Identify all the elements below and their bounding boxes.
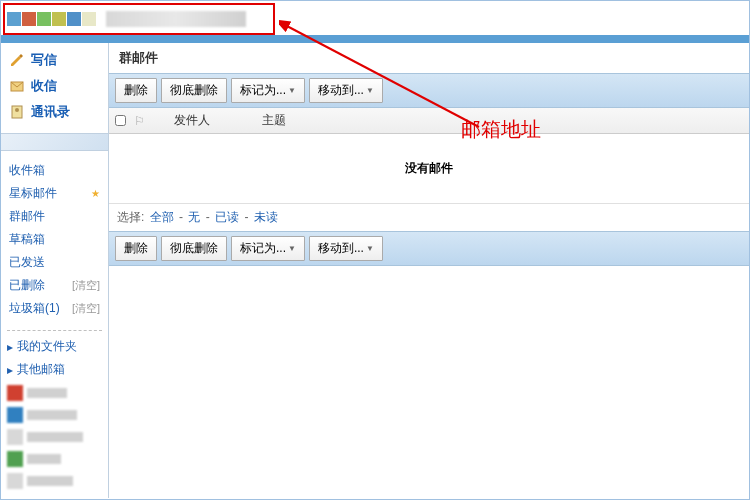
sidebar-divider [7,330,102,331]
email-address-blurred [106,11,246,27]
contacts-button[interactable]: 通讯录 [1,99,108,125]
select-read[interactable]: 已读 [215,210,239,224]
select-all[interactable]: 全部 [150,210,174,224]
svg-point-3 [15,108,19,112]
receive-button[interactable]: 收信 [1,73,108,99]
group-my-folders[interactable]: ▸我的文件夹 [1,335,108,358]
move-to-button[interactable]: 移动到...▼ [309,78,383,103]
select-all-checkbox[interactable] [115,115,126,126]
toolbar-bottom: 删除 彻底删除 标记为...▼ 移动到...▼ [109,231,749,266]
folder-starred[interactable]: 星标邮件★ [1,182,108,205]
email-address-header [3,3,275,35]
folder-inbox[interactable]: 收件箱 [1,159,108,182]
folder-deleted[interactable]: 已删除[清空] [1,274,108,297]
folder-group[interactable]: 群邮件 [1,205,108,228]
folder-spam[interactable]: 垃圾箱(1)[清空] [1,297,108,320]
compose-label: 写信 [31,51,57,69]
perm-delete-button-2[interactable]: 彻底删除 [161,236,227,261]
flag-icon: ⚐ [134,114,146,128]
delete-button[interactable]: 删除 [115,78,157,103]
receive-icon [9,78,25,94]
plus-icon: ▸ [7,363,13,377]
mark-as-button-2[interactable]: 标记为...▼ [231,236,305,261]
selection-row: 选择: 全部 - 无 - 已读 - 未读 [109,203,749,231]
star-icon: ★ [91,188,100,199]
folder-sent[interactable]: 已发送 [1,251,108,274]
logo-blurred [7,12,96,26]
column-subject[interactable]: 主题 [242,112,743,129]
sidebar-separator [1,133,108,151]
empty-message: 没有邮件 [109,134,749,203]
move-to-button-2[interactable]: 移动到...▼ [309,236,383,261]
top-border-strip [1,35,749,43]
select-label: 选择: [117,210,144,224]
blurred-accounts [1,381,108,493]
toolbar-top: 删除 彻底删除 标记为...▼ 移动到...▼ [109,73,749,108]
column-sender[interactable]: 发件人 [154,112,234,129]
sidebar: 写信 收信 通讯录 收件箱 星标邮件★ 群邮件 草稿箱 已发送 已删除[清空] … [1,43,109,498]
chevron-down-icon: ▼ [288,86,296,95]
select-none[interactable]: 无 [188,210,200,224]
mail-list-header: ⚐ 发件人 主题 [109,108,749,134]
clear-deleted[interactable]: [清空] [72,278,100,293]
compose-icon [9,52,25,68]
page-title: 群邮件 [109,43,749,73]
compose-button[interactable]: 写信 [1,47,108,73]
select-unread[interactable]: 未读 [254,210,278,224]
perm-delete-button[interactable]: 彻底删除 [161,78,227,103]
delete-button-2[interactable]: 删除 [115,236,157,261]
chevron-down-icon: ▼ [366,86,374,95]
plus-icon: ▸ [7,340,13,354]
contacts-icon [9,104,25,120]
contacts-label: 通讯录 [31,103,70,121]
mark-as-button[interactable]: 标记为...▼ [231,78,305,103]
group-other-mailbox[interactable]: ▸其他邮箱 [1,358,108,381]
chevron-down-icon: ▼ [366,244,374,253]
content-pane: 群邮件 删除 彻底删除 标记为...▼ 移动到...▼ ⚐ 发件人 主题 没有邮… [109,43,749,498]
clear-spam[interactable]: [清空] [72,301,100,316]
chevron-down-icon: ▼ [288,244,296,253]
receive-label: 收信 [31,77,57,95]
folder-drafts[interactable]: 草稿箱 [1,228,108,251]
